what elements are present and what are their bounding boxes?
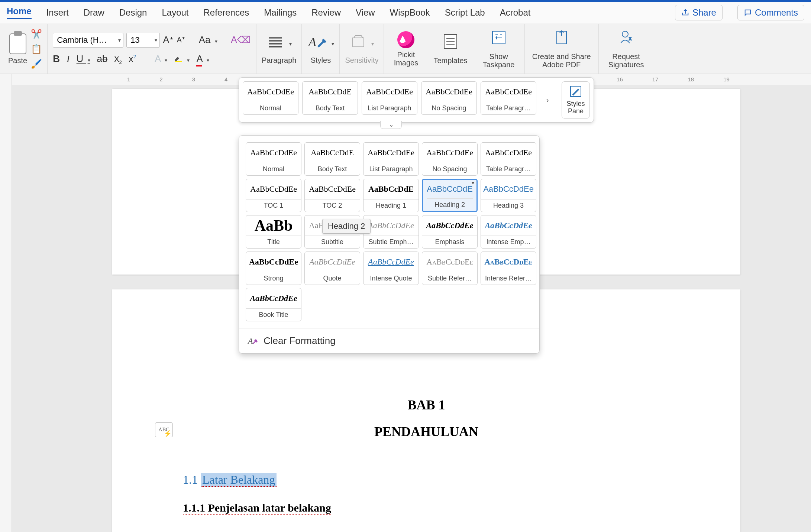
font-color-icon[interactable]: A ▾ (196, 53, 209, 65)
quick-style-table-paragr-[interactable]: AaBbCcDdEeTable Paragr… (481, 81, 536, 115)
paste-label: Paste (8, 56, 27, 65)
comments-button[interactable]: Comments (737, 5, 804, 20)
pickit-label: Pickit Images (389, 51, 423, 67)
quick-style-list-paragraph[interactable]: AaBbCcDdEeList Paragraph (362, 81, 417, 115)
style-book-title[interactable]: AaBbCcDdEeBook Title (246, 288, 301, 321)
svg-text:x: x (629, 35, 631, 41)
tab-design[interactable]: Design (119, 7, 147, 18)
tab-view[interactable]: View (356, 7, 375, 18)
style-table-paragr-[interactable]: AaBbCcDdEeTable Paragr… (481, 142, 536, 176)
subscript-button[interactable]: x2 (114, 53, 122, 65)
increase-font-icon[interactable]: A▲ (163, 34, 174, 46)
signatures-label: Request Signatures (604, 52, 649, 69)
style-heading-2[interactable]: AaBbCcDdEHeading 2 (422, 179, 478, 212)
copy-icon[interactable]: 📋 (31, 44, 42, 54)
taskpane-icon[interactable] (490, 29, 507, 50)
style-intense-quote[interactable]: AaBbCcDdEeIntense Quote (363, 252, 419, 285)
style-subtle-emph-[interactable]: AaBbCcDdEeSubtle Emph… (363, 215, 419, 249)
tab-draw[interactable]: Draw (84, 7, 104, 18)
clipboard-icon[interactable] (9, 33, 26, 54)
tab-mailings[interactable]: Mailings (264, 7, 297, 18)
clear-formatting-button[interactable]: A Clear Formatting (239, 328, 539, 353)
text-effects-icon[interactable]: A ▾ (155, 53, 167, 65)
templates-label: Templates (433, 56, 467, 65)
styles-gallery-panel: AaBbCcDdEeNormalAaBbCcDdEBody TextAaBbCc… (239, 135, 540, 354)
ribbon-tabs: HomeInsertDrawDesignLayoutReferencesMail… (0, 2, 811, 23)
font-size-select[interactable]: 13 (126, 33, 160, 48)
style-normal[interactable]: AaBbCcDdEeNormal (246, 142, 301, 176)
comments-label: Comments (755, 7, 798, 18)
quick-style-body-text[interactable]: AaBbCcDdEBody Text (302, 81, 358, 115)
templates-icon[interactable] (442, 33, 459, 54)
decrease-font-icon[interactable]: A▼ (177, 36, 185, 44)
style-body-text[interactable]: AaBbCcDdEBody Text (304, 142, 360, 176)
heading-2-text[interactable]: 1.1Latar Belakang (183, 473, 277, 487)
tab-script-lab[interactable]: Script Lab (445, 7, 485, 18)
style-toc-2[interactable]: AaBbCcDdEeTOC 2 (304, 179, 360, 212)
document-area: 12345141516171819 BAB 1 PENDAHULUAN ABC … (0, 74, 811, 532)
adobe-pdf-icon[interactable] (553, 29, 570, 50)
strikethrough-button[interactable]: ab (97, 53, 108, 65)
cut-icon[interactable]: ✂️ (31, 29, 42, 39)
tab-home[interactable]: Home (7, 6, 32, 19)
chapter-number: BAB 1 (112, 397, 740, 413)
superscript-button[interactable]: x2 (129, 53, 136, 65)
svg-point-17 (622, 31, 628, 37)
sensitivity-icon (350, 34, 367, 54)
paragraph-icon[interactable] (266, 34, 285, 54)
heading-3-text[interactable]: 1.1.1 Penjelasan latar belakang (183, 502, 740, 514)
tab-layout[interactable]: Layout (162, 7, 188, 18)
signatures-icon[interactable]: x (618, 29, 635, 50)
underline-button[interactable]: U ▾ (77, 53, 90, 65)
change-case-icon[interactable]: Aa ▾ (199, 34, 217, 46)
style-list-paragraph[interactable]: AaBbCcDdEeList Paragraph (363, 142, 419, 176)
tab-acrobat[interactable]: Acrobat (500, 7, 531, 18)
tab-insert[interactable]: Insert (46, 7, 69, 18)
styles-label: Styles (311, 56, 331, 64)
tab-wispbook[interactable]: WispBook (390, 7, 430, 18)
style-quote[interactable]: AaBbCcDdEeQuote (304, 252, 360, 285)
format-painter-icon[interactable]: 🖌️ (31, 59, 42, 69)
more-styles-chevron-icon[interactable]: › (540, 81, 555, 119)
style-subtle-refer-[interactable]: AaBbCcDdEeSubtle Refer… (422, 252, 478, 285)
pickit-icon[interactable] (397, 31, 414, 48)
style-heading-1[interactable]: AaBbCcDdEHeading 1 (363, 179, 419, 212)
style-emphasis[interactable]: AaBbCcDdEeEmphasis (422, 215, 478, 249)
share-label: Share (692, 7, 716, 18)
tab-review[interactable]: Review (311, 7, 341, 18)
autocorrect-options-icon[interactable]: ABC ⚡ (155, 422, 173, 437)
share-button[interactable]: Share (675, 5, 723, 20)
style-intense-refer-[interactable]: AaBbCcDdEeIntense Refer… (481, 252, 536, 285)
style-toc-1[interactable]: AaBbCcDdEeTOC 1 (246, 179, 301, 212)
sensitivity-label: Sensitivity (345, 56, 378, 64)
font-name-select[interactable]: Cambria (H… (53, 33, 123, 48)
paragraph-dd[interactable]: ▾ (289, 41, 292, 47)
tab-references[interactable]: References (204, 7, 249, 18)
ribbon: Paste ✂️ 📋 🖌️ Cambria (H… 13 A▲ A▼ Aa ▾ … (0, 23, 811, 74)
styles-pane-button[interactable]: Styles Pane (562, 81, 590, 119)
comment-icon (744, 9, 752, 17)
taskpane-label: Show Taskpane (478, 52, 519, 69)
italic-button[interactable]: I (67, 53, 70, 65)
styles-dd[interactable]: ▾ (332, 41, 334, 47)
style-heading-3[interactable]: AaBbCcDdEeHeading 3 (481, 179, 536, 212)
style-strong[interactable]: AaBbCcDdEeStrong (246, 252, 301, 285)
quick-styles-row: AaBbCcDdEeNormalAaBbCcDdEBody TextAaBbCc… (239, 77, 594, 123)
style-title[interactable]: AaBbTitle (246, 215, 301, 249)
styles-icon[interactable]: A (307, 33, 327, 54)
svg-rect-0 (175, 61, 182, 62)
quick-style-normal[interactable]: AaBbCcDdEeNormal (243, 81, 298, 115)
vertical-ruler (0, 74, 12, 532)
highlight-icon[interactable]: ▾ (174, 53, 190, 65)
bold-button[interactable]: B (53, 53, 60, 65)
adobe-pdf-label: Create and Share Adobe PDF (530, 52, 593, 69)
quick-style-no-spacing[interactable]: AaBbCcDdEeNo Spacing (421, 81, 477, 115)
style-tooltip: Heading 2 (322, 219, 371, 234)
clear-format-icon[interactable]: A⌫ (231, 34, 251, 46)
style-no-spacing[interactable]: AaBbCcDdEeNo Spacing (422, 142, 478, 176)
svg-rect-6 (353, 38, 364, 47)
chapter-title: PENDAHULUAN (112, 424, 740, 439)
style-intense-emp-[interactable]: AaBbCcDdEeIntense Emp… (481, 215, 536, 249)
expand-gallery-chevron-icon[interactable]: ⌄ (380, 121, 402, 129)
svg-text:A: A (247, 336, 253, 346)
